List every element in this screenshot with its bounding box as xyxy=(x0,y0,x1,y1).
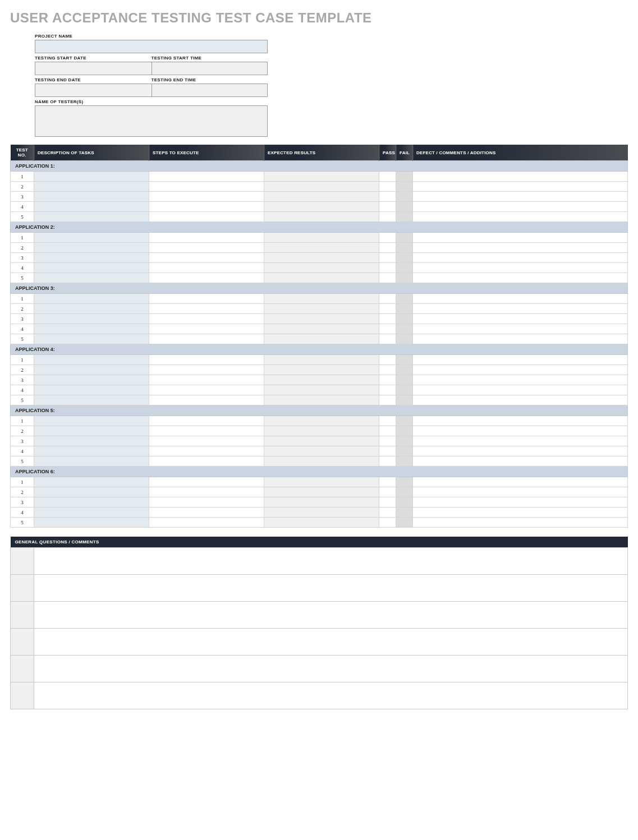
defect-cell[interactable] xyxy=(413,182,628,192)
defect-cell[interactable] xyxy=(413,334,628,344)
pass-cell[interactable] xyxy=(379,497,396,507)
pass-cell[interactable] xyxy=(379,263,396,273)
steps-cell[interactable] xyxy=(149,436,264,446)
description-cell[interactable] xyxy=(34,202,149,212)
steps-cell[interactable] xyxy=(149,324,264,334)
expected-cell[interactable] xyxy=(264,304,379,314)
fail-cell[interactable] xyxy=(396,507,413,518)
steps-cell[interactable] xyxy=(149,304,264,314)
fail-cell[interactable] xyxy=(396,456,413,467)
defect-cell[interactable] xyxy=(413,365,628,375)
description-cell[interactable] xyxy=(34,243,149,253)
pass-cell[interactable] xyxy=(379,192,396,202)
description-cell[interactable] xyxy=(34,273,149,283)
steps-cell[interactable] xyxy=(149,507,264,518)
pass-cell[interactable] xyxy=(379,436,396,446)
expected-cell[interactable] xyxy=(264,263,379,273)
description-cell[interactable] xyxy=(34,324,149,334)
steps-cell[interactable] xyxy=(149,253,264,263)
fail-cell[interactable] xyxy=(396,243,413,253)
gq-body-cell[interactable] xyxy=(34,575,628,602)
description-cell[interactable] xyxy=(34,355,149,365)
description-cell[interactable] xyxy=(34,507,149,518)
description-cell[interactable] xyxy=(34,487,149,497)
pass-cell[interactable] xyxy=(379,507,396,518)
defect-cell[interactable] xyxy=(413,243,628,253)
gq-body-cell[interactable] xyxy=(34,682,628,709)
defect-cell[interactable] xyxy=(413,324,628,334)
description-cell[interactable] xyxy=(34,263,149,273)
defect-cell[interactable] xyxy=(413,263,628,273)
pass-cell[interactable] xyxy=(379,456,396,467)
pass-cell[interactable] xyxy=(379,446,396,456)
expected-cell[interactable] xyxy=(264,355,379,365)
gq-body-cell[interactable] xyxy=(34,602,628,629)
steps-cell[interactable] xyxy=(149,243,264,253)
description-cell[interactable] xyxy=(34,182,149,192)
pass-cell[interactable] xyxy=(379,375,396,385)
description-cell[interactable] xyxy=(34,385,149,395)
gq-body-cell[interactable] xyxy=(34,656,628,682)
description-cell[interactable] xyxy=(34,436,149,446)
defect-cell[interactable] xyxy=(413,355,628,365)
description-cell[interactable] xyxy=(34,365,149,375)
expected-cell[interactable] xyxy=(264,182,379,192)
steps-cell[interactable] xyxy=(149,477,264,487)
expected-cell[interactable] xyxy=(264,416,379,426)
fail-cell[interactable] xyxy=(396,233,413,243)
steps-cell[interactable] xyxy=(149,385,264,395)
fail-cell[interactable] xyxy=(396,253,413,263)
steps-cell[interactable] xyxy=(149,192,264,202)
fail-cell[interactable] xyxy=(396,304,413,314)
expected-cell[interactable] xyxy=(264,324,379,334)
steps-cell[interactable] xyxy=(149,375,264,385)
steps-cell[interactable] xyxy=(149,395,264,405)
fail-cell[interactable] xyxy=(396,365,413,375)
description-cell[interactable] xyxy=(34,375,149,385)
pass-cell[interactable] xyxy=(379,253,396,263)
testers-input[interactable] xyxy=(35,105,268,137)
pass-cell[interactable] xyxy=(379,182,396,192)
pass-cell[interactable] xyxy=(379,518,396,528)
fail-cell[interactable] xyxy=(396,436,413,446)
defect-cell[interactable] xyxy=(413,456,628,467)
expected-cell[interactable] xyxy=(264,365,379,375)
description-cell[interactable] xyxy=(34,294,149,304)
pass-cell[interactable] xyxy=(379,304,396,314)
description-cell[interactable] xyxy=(34,192,149,202)
steps-cell[interactable] xyxy=(149,233,264,243)
defect-cell[interactable] xyxy=(413,385,628,395)
defect-cell[interactable] xyxy=(413,192,628,202)
start-date-input[interactable] xyxy=(35,62,152,75)
description-cell[interactable] xyxy=(34,395,149,405)
pass-cell[interactable] xyxy=(379,172,396,182)
defect-cell[interactable] xyxy=(413,436,628,446)
defect-cell[interactable] xyxy=(413,487,628,497)
expected-cell[interactable] xyxy=(264,192,379,202)
pass-cell[interactable] xyxy=(379,385,396,395)
fail-cell[interactable] xyxy=(396,294,413,304)
defect-cell[interactable] xyxy=(413,304,628,314)
expected-cell[interactable] xyxy=(264,456,379,467)
defect-cell[interactable] xyxy=(413,497,628,507)
defect-cell[interactable] xyxy=(413,294,628,304)
gq-body-cell[interactable] xyxy=(34,629,628,656)
pass-cell[interactable] xyxy=(379,314,396,324)
expected-cell[interactable] xyxy=(264,243,379,253)
pass-cell[interactable] xyxy=(379,334,396,344)
fail-cell[interactable] xyxy=(396,334,413,344)
expected-cell[interactable] xyxy=(264,273,379,283)
gq-lead-cell[interactable] xyxy=(11,682,34,709)
fail-cell[interactable] xyxy=(396,477,413,487)
end-date-input[interactable] xyxy=(35,84,152,97)
expected-cell[interactable] xyxy=(264,385,379,395)
pass-cell[interactable] xyxy=(379,416,396,426)
pass-cell[interactable] xyxy=(379,395,396,405)
defect-cell[interactable] xyxy=(413,202,628,212)
expected-cell[interactable] xyxy=(264,477,379,487)
fail-cell[interactable] xyxy=(396,192,413,202)
expected-cell[interactable] xyxy=(264,426,379,436)
gq-lead-cell[interactable] xyxy=(11,575,34,602)
steps-cell[interactable] xyxy=(149,416,264,426)
description-cell[interactable] xyxy=(34,253,149,263)
